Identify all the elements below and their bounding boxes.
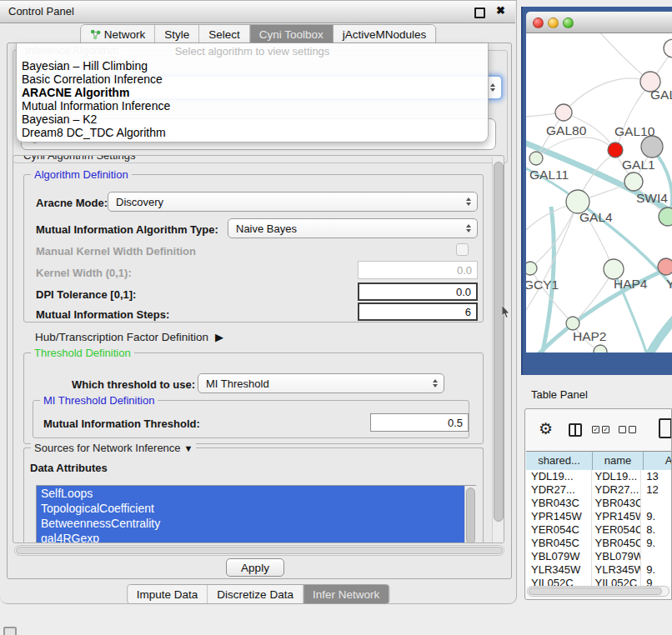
tab-network[interactable]: Network: [81, 25, 156, 43]
network-node-gal1[interactable]: [624, 172, 643, 191]
data-attribute-item[interactable]: gal4RGexp: [37, 531, 475, 543]
network-node-bottom[interactable]: [594, 345, 607, 352]
algorithm-option[interactable]: Bayesian – K2: [17, 112, 488, 126]
network-node-label: GAL10: [614, 124, 655, 138]
network-node-gal10[interactable]: [641, 136, 663, 158]
network-node-label: GAL11: [529, 168, 569, 182]
table-cell: YDL19...: [526, 470, 592, 483]
algorithm-option[interactable]: Mutual Information Inference: [17, 99, 488, 112]
kernel-width-field[interactable]: 0.0: [358, 261, 478, 279]
table-panel: ⚙ ✓ ✓ shared... name A YDL19...YDL19...1…: [524, 408, 672, 600]
algorithm-definition-group: Algorithm Definition Aracne Mode: Discov…: [23, 174, 484, 322]
algorithm-option[interactable]: Dream8 DC_TDC Algorithm: [17, 126, 488, 139]
table-row[interactable]: YER054CYER054C8.: [526, 523, 672, 537]
zoom-traffic-light[interactable]: [563, 18, 574, 28]
table-cell: YBL079W: [526, 550, 592, 563]
attribute-list-scrollbar[interactable]: [464, 486, 476, 543]
float-window-icon[interactable]: [474, 8, 485, 18]
network-node-label: Y: [666, 277, 672, 291]
combo-arrows-icon: [466, 224, 471, 232]
table-row[interactable]: YIL052CYIL052C9: [526, 577, 672, 586]
unchecked-checkbox-icon[interactable]: [629, 426, 636, 433]
mi-steps-field[interactable]: 6: [358, 302, 478, 321]
tab-impute-data[interactable]: Impute Data: [128, 585, 208, 603]
mi-threshold-field[interactable]: 0.5: [370, 413, 469, 432]
column-header-shared-name[interactable]: shared...: [526, 451, 593, 471]
table-row[interactable]: YBR043CYBR043C: [526, 497, 672, 510]
close-traffic-light[interactable]: [533, 18, 544, 28]
data-attribute-item[interactable]: SelfLoops: [37, 486, 475, 501]
table-cell: 13: [641, 470, 672, 483]
table-row[interactable]: YDR27...YDR27...12: [526, 483, 672, 497]
scrollbar-thumb[interactable]: [529, 588, 662, 595]
gear-icon[interactable]: ⚙: [539, 419, 553, 438]
aracne-mode-label: Aracne Mode:: [36, 197, 108, 209]
network-node-label: GCY1: [526, 278, 559, 292]
scrollbar-thumb[interactable]: [16, 547, 503, 554]
hub-definition-toggle[interactable]: Hub/Transcription Factor Definition▶: [35, 331, 223, 343]
manual-kernel-checkbox[interactable]: [456, 243, 469, 256]
control-panel-titlebar[interactable]: Control Panel ✖: [0, 1, 515, 23]
data-attributes-list[interactable]: SelfLoopsTopologicalCoefficientBetweenne…: [36, 485, 476, 543]
kernel-width-label: Kernel Width (0,1):: [36, 267, 132, 279]
mi-type-value: Naive Bayes: [236, 222, 297, 235]
algorithm-option[interactable]: Bayesian – Hill Climbing: [17, 59, 488, 72]
algorithm-option[interactable]: ARACNE Algorithm: [17, 86, 488, 99]
scrollbar-thumb[interactable]: [494, 162, 504, 522]
scrollbar-thumb[interactable]: [466, 488, 475, 543]
column-layout-icon[interactable]: [569, 423, 582, 437]
tab-jactivemnodules[interactable]: jActiveMNodules: [333, 25, 436, 43]
apply-button[interactable]: Apply: [226, 558, 284, 577]
network-window-titlebar[interactable]: [526, 12, 672, 33]
settings-hscrollbar[interactable]: [14, 545, 504, 556]
network-node-corner[interactable]: [664, 39, 672, 58]
network-node-hap2[interactable]: [566, 317, 579, 330]
settings-scrollbar[interactable]: [492, 158, 504, 542]
table-cell: YBR043C: [526, 497, 592, 510]
network-node-gal11[interactable]: [529, 152, 543, 165]
table-cell: YBR045C: [592, 537, 642, 550]
tab-discretize-data[interactable]: Discretize Data: [208, 585, 303, 603]
table-row[interactable]: YLR345WYLR345W9.: [526, 563, 672, 577]
tab-impute-label: Impute Data: [137, 588, 198, 601]
network-node-swi4[interactable]: [659, 208, 672, 226]
table-hscrollbar[interactable]: [527, 586, 669, 597]
network-node-gal80[interactable]: [555, 104, 572, 121]
column-header-cut[interactable]: A: [644, 451, 672, 471]
control-panel-window: Control Panel ✖ Network Style Select Cyn…: [0, 0, 517, 604]
table-row[interactable]: YBR045CYBR045C9.: [526, 537, 672, 550]
minimize-traffic-light[interactable]: [548, 18, 559, 28]
checked-checkbox-icon[interactable]: ✓: [602, 426, 609, 433]
network-canvas[interactable]: GALGAL80GAL10GAL1GAL11GAL4SWI4GCY1HAP4YH…: [526, 33, 672, 352]
table-cell: YIL052C: [592, 577, 642, 586]
close-icon[interactable]: ✖: [496, 4, 505, 17]
tab-infer-network[interactable]: Infer Network: [303, 585, 389, 603]
table-row[interactable]: YPR145WYPR145W9.: [526, 510, 672, 523]
unchecked-checkbox-icon[interactable]: [619, 426, 626, 433]
tab-select[interactable]: Select: [199, 25, 250, 43]
checked-checkbox-icon[interactable]: ✓: [592, 426, 599, 433]
data-attribute-item[interactable]: TopologicalCoefficient: [37, 501, 475, 516]
kernel-width-value: 0.0: [457, 264, 472, 277]
table-row[interactable]: YBL079WYBL079W: [526, 550, 672, 563]
column-header-name[interactable]: name: [593, 451, 644, 471]
float-panel-icon[interactable]: [3, 627, 17, 635]
network-node-red-node[interactable]: [608, 142, 623, 158]
network-node-gcy1[interactable]: [526, 262, 537, 275]
table-cell: [641, 550, 672, 563]
aracne-mode-combobox[interactable]: Discovery: [108, 192, 478, 212]
which-threshold-value: MI Threshold: [206, 378, 269, 390]
data-attributes-label: Data Attributes: [30, 462, 108, 474]
collapse-arrow-icon: ▼: [184, 443, 193, 453]
tab-style[interactable]: Style: [155, 25, 199, 43]
algorithm-option[interactable]: Basic Correlation Inference: [17, 72, 488, 86]
network-node-salmon[interactable]: [658, 258, 672, 275]
data-attribute-item[interactable]: BetweennessCentrality: [37, 516, 475, 531]
tab-cyni-toolbox[interactable]: Cyni Toolbox: [250, 25, 333, 43]
which-threshold-combobox[interactable]: MI Threshold: [198, 373, 444, 393]
document-icon[interactable]: [659, 418, 672, 438]
dpi-tolerance-label: DPI Tolerance [0,1]:: [36, 288, 136, 301]
table-row[interactable]: YDL19...YDL19...13: [526, 470, 672, 483]
mi-type-combobox[interactable]: Naive Bayes: [228, 218, 478, 238]
dpi-tolerance-field[interactable]: 0.0: [358, 282, 478, 301]
